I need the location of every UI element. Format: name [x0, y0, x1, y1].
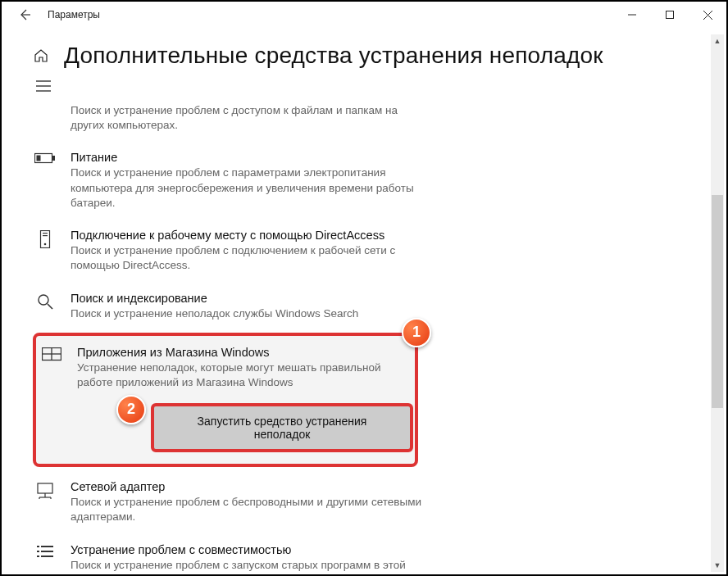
files-icon	[33, 103, 57, 133]
item-desc: Поиск и устранение проблем с подключение…	[71, 243, 423, 273]
page-title: Дополнительные средства устранения непол…	[64, 43, 603, 69]
item-desc: Поиск и устранение проблем с доступом к …	[71, 103, 423, 133]
item-desc: Поиск и устранение проблем с беспроводны…	[71, 495, 423, 524]
close-button[interactable]	[689, 2, 726, 28]
item-power[interactable]: Питание Поиск и устранение проблем с пар…	[33, 143, 718, 220]
item-network-adapter[interactable]: Сетевой адаптер Поиск и устранение пробл…	[33, 472, 718, 534]
network-adapter-icon	[33, 480, 57, 524]
svg-line-15	[48, 304, 52, 309]
item-title: Устранение проблем с совместимостью	[71, 543, 423, 556]
item-title: Поиск и индексирование	[71, 292, 423, 305]
content-area: Дополнительные средства устранения непол…	[2, 28, 726, 576]
svg-point-14	[39, 295, 48, 305]
battery-icon	[33, 151, 57, 211]
scroll-up-icon[interactable]: ▲	[711, 34, 724, 48]
item-store-apps[interactable]: Приложения из Магазина Windows Устранени…	[36, 344, 405, 395]
item-compatibility[interactable]: Устранение проблем с совместимостью Поис…	[33, 535, 718, 576]
item-files[interactable]: Поиск и устранение проблем с доступом к …	[33, 95, 718, 143]
item-title: Сетевой адаптер	[71, 480, 423, 493]
minimize-button[interactable]	[613, 2, 651, 28]
menu-icon[interactable]	[33, 74, 726, 92]
item-title: Питание	[71, 151, 423, 164]
item-desc: Поиск и устранение неполадок службы Wind…	[71, 306, 423, 321]
window-title: Параметры	[38, 9, 100, 20]
scrollbar[interactable]: ▲ ▼	[711, 34, 724, 572]
svg-rect-25	[41, 546, 53, 547]
scroll-thumb[interactable]	[712, 195, 723, 408]
server-icon	[33, 229, 57, 273]
svg-rect-24	[37, 546, 39, 547]
scroll-down-icon[interactable]: ▼	[711, 559, 724, 572]
list-icon	[33, 543, 57, 576]
item-title: Приложения из Магазина Windows	[77, 346, 405, 359]
svg-rect-27	[41, 551, 53, 552]
svg-rect-28	[37, 556, 39, 557]
home-icon[interactable]	[33, 48, 49, 64]
callout-badge-2: 2	[116, 395, 146, 424]
svg-rect-29	[41, 556, 53, 557]
item-directaccess[interactable]: Подключение к рабочему месту с помощью D…	[33, 220, 718, 283]
item-desc: Поиск и устранение проблем с запуском ст…	[71, 558, 423, 576]
item-search[interactable]: Поиск и индексирование Поиск и устранени…	[33, 283, 718, 331]
store-icon	[39, 346, 64, 390]
svg-point-13	[44, 243, 47, 246]
search-icon	[33, 292, 57, 321]
svg-rect-8	[52, 156, 55, 161]
run-troubleshooter-button[interactable]: Запустить средство устранения неполадок	[151, 403, 413, 452]
item-title: Подключение к рабочему месту с помощью D…	[71, 229, 423, 242]
item-desc: Устранение неполадок, которые могут меша…	[77, 361, 405, 390]
svg-rect-19	[38, 483, 52, 493]
svg-rect-11	[43, 233, 48, 234]
window-controls	[613, 2, 726, 28]
callout-badge-1: 1	[402, 318, 431, 347]
svg-rect-12	[43, 235, 48, 236]
header-row: Дополнительные средства устранения непол…	[33, 28, 726, 74]
item-store-apps-selected: 1 2 Приложения из Магазина Windows Устра…	[33, 333, 418, 467]
item-desc: Поиск и устранение проблем с параметрами…	[71, 166, 423, 211]
troubleshooter-list: Поиск и устранение проблем с доступом к …	[33, 92, 726, 576]
maximize-button[interactable]	[651, 2, 689, 28]
svg-rect-26	[37, 551, 39, 552]
titlebar: Параметры	[2, 2, 726, 28]
back-button[interactable]	[11, 2, 38, 28]
svg-rect-1	[667, 11, 674, 19]
svg-rect-9	[37, 156, 41, 161]
